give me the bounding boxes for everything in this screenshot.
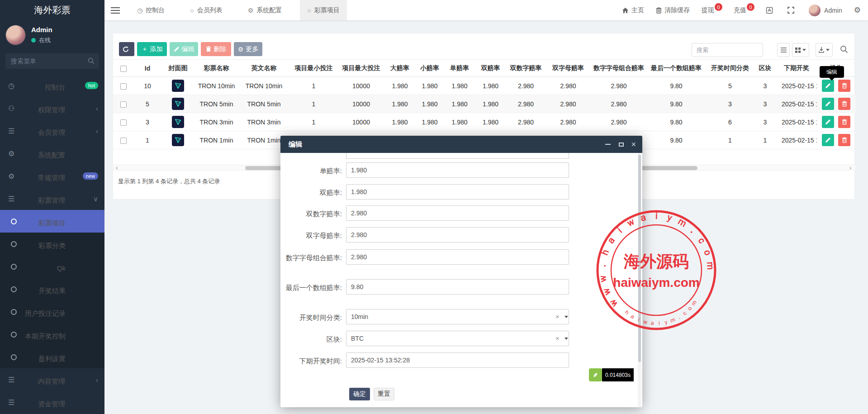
- topnav-tab[interactable]: ◷ 控制台: [130, 0, 172, 20]
- column-header[interactable]: 项目最大投注: [337, 60, 385, 77]
- clear-icon[interactable]: ×: [555, 313, 560, 320]
- sidebar-item[interactable]: ⚙ 系统配置: [0, 142, 104, 165]
- settings-button[interactable]: ⚙: [854, 5, 861, 15]
- add-button[interactable]: ＋添加: [137, 42, 167, 56]
- field-input[interactable]: [346, 279, 569, 295]
- sidebar-subitem[interactable]: 彩票分类: [0, 233, 104, 255]
- modal-scrollbar-thumb[interactable]: [638, 155, 641, 362]
- table-row[interactable]: 3 TRON 3min TRON 3min 1 10000 1.980 1.98…: [113, 113, 855, 131]
- avatar[interactable]: [5, 25, 26, 45]
- column-header[interactable]: 小赔率: [415, 60, 445, 77]
- topnav-tab[interactable]: ○ 会员列表: [183, 0, 229, 20]
- column-header[interactable]: 项目最小投注: [290, 60, 337, 77]
- sidebar-subitem[interactable]: 开奖结果: [0, 278, 104, 300]
- row-delete-button[interactable]: [838, 116, 850, 128]
- modal-header[interactable]: 编辑 ×: [280, 136, 642, 153]
- recharge-link[interactable]: 充值 0: [734, 6, 754, 14]
- sidebar-item[interactable]: ⚙ 常规管理 new: [0, 165, 104, 187]
- column-header[interactable]: 区块: [754, 60, 776, 77]
- sidebar-subitem[interactable]: 彩票项目: [0, 210, 104, 233]
- confirm-button[interactable]: 确定: [349, 388, 370, 400]
- topnav-tab[interactable]: ○ 彩票项目: [300, 0, 346, 20]
- sidebar-item[interactable]: ◷ 控制台 hot: [0, 74, 104, 97]
- field-input[interactable]: [346, 205, 569, 221]
- column-header[interactable]: 开奖时间分类: [706, 60, 754, 77]
- select-all-header[interactable]: [113, 60, 134, 77]
- sidebar-item[interactable]: ⚇ 权限管理 ‹: [0, 97, 104, 119]
- reset-button[interactable]: 重置: [374, 388, 394, 400]
- row-edit-button[interactable]: [822, 116, 834, 128]
- column-header[interactable]: 双字母赔率: [545, 60, 591, 77]
- sidebar-item[interactable]: ☰ 会员管理 ‹: [0, 119, 104, 142]
- hamburger-icon[interactable]: [111, 5, 120, 15]
- column-header[interactable]: 数字字母组合赔率: [591, 60, 646, 77]
- delete-button[interactable]: 删除: [201, 42, 231, 56]
- columns-button[interactable]: [792, 43, 809, 57]
- sidebar-item[interactable]: ☰ 资金管理: [0, 391, 104, 414]
- select-all-checkbox[interactable]: [120, 66, 127, 72]
- column-header[interactable]: 封面图: [161, 60, 195, 77]
- row-delete-button[interactable]: [838, 80, 850, 92]
- column-header[interactable]: 双赔率: [474, 60, 507, 77]
- close-icon[interactable]: ×: [631, 140, 636, 148]
- table-row[interactable]: 10 TRON 10min TRON 10min 1 10000 1.980 1…: [113, 77, 855, 95]
- sidebar-item[interactable]: ☰ 内容管理 ‹: [0, 368, 104, 391]
- row-delete-button[interactable]: [838, 98, 850, 110]
- minimize-icon[interactable]: [605, 144, 611, 145]
- home-link[interactable]: 主页: [622, 6, 644, 14]
- row-checkbox[interactable]: [120, 101, 127, 108]
- clear-icon[interactable]: ×: [555, 334, 560, 342]
- column-header[interactable]: 彩票名称: [195, 60, 238, 77]
- column-header[interactable]: 英文名称: [238, 60, 290, 77]
- topnav-tab[interactable]: ⚙ 系统配置: [241, 0, 289, 20]
- withdraw-link[interactable]: 提现 0: [702, 6, 722, 14]
- export-button[interactable]: [816, 43, 833, 57]
- sidebar-subitem[interactable]: 盈利设置: [0, 346, 104, 368]
- row-edit-button[interactable]: [822, 134, 834, 146]
- table-cell: 3: [754, 113, 776, 131]
- field-input[interactable]: [346, 249, 569, 265]
- edit-button[interactable]: 编辑: [170, 42, 198, 56]
- column-header[interactable]: 下期开奖: [776, 60, 817, 77]
- row-delete-button[interactable]: [838, 134, 850, 146]
- scroll-left-icon[interactable]: ‹: [116, 164, 118, 171]
- column-header[interactable]: 单赔率: [445, 60, 474, 77]
- table-row[interactable]: 5 TRON 5min TRON 5min 1 10000 1.980 1.98…: [113, 95, 855, 113]
- field-input[interactable]: [346, 352, 569, 368]
- sidebar-subitem[interactable]: 本期开奖控制: [0, 323, 104, 346]
- sidebar-subitem[interactable]: 用户投注记录: [0, 300, 104, 323]
- refresh-button[interactable]: [119, 42, 134, 56]
- row-edit-button[interactable]: [822, 98, 834, 110]
- row-checkbox[interactable]: [120, 119, 127, 126]
- column-header[interactable]: 最后一个数组赔率: [646, 60, 706, 77]
- detail-view-button[interactable]: [777, 43, 790, 57]
- table-search-input[interactable]: [692, 43, 763, 57]
- language-button[interactable]: [766, 7, 776, 14]
- column-header[interactable]: Id: [134, 60, 161, 77]
- sidebar-search-input[interactable]: [5, 53, 99, 69]
- field-input[interactable]: [346, 331, 569, 346]
- more-button[interactable]: ⚙更多: [234, 42, 262, 56]
- chevron-down-icon[interactable]: [564, 338, 568, 340]
- column-header[interactable]: 大赔率: [385, 60, 415, 77]
- sidebar-subitem[interactable]: Qk: [0, 255, 104, 278]
- modal-scrollbar[interactable]: [638, 153, 641, 407]
- admin-menu[interactable]: Admin: [809, 5, 842, 16]
- row-checkbox[interactable]: [120, 83, 127, 90]
- row-checkbox[interactable]: [120, 138, 127, 144]
- search-toggle-button[interactable]: [840, 45, 848, 55]
- chevron-down-icon[interactable]: [564, 316, 568, 318]
- field-input[interactable]: [346, 162, 569, 178]
- maximize-icon[interactable]: [619, 143, 624, 147]
- field-input[interactable]: [346, 309, 569, 324]
- scroll-right-icon[interactable]: ›: [849, 164, 851, 171]
- sidebar-item[interactable]: ☰ 彩票管理 ∨: [0, 187, 104, 210]
- brand-title: 海外彩票: [0, 0, 104, 20]
- trace-leaf-icon[interactable]: [589, 368, 602, 381]
- field-input[interactable]: [346, 184, 569, 200]
- row-edit-button[interactable]: [822, 80, 834, 92]
- column-header[interactable]: 双数字赔率: [507, 60, 545, 77]
- clear-cache-link[interactable]: 清除缓存: [656, 6, 690, 14]
- field-input[interactable]: [346, 227, 569, 243]
- fullscreen-button[interactable]: [787, 7, 797, 14]
